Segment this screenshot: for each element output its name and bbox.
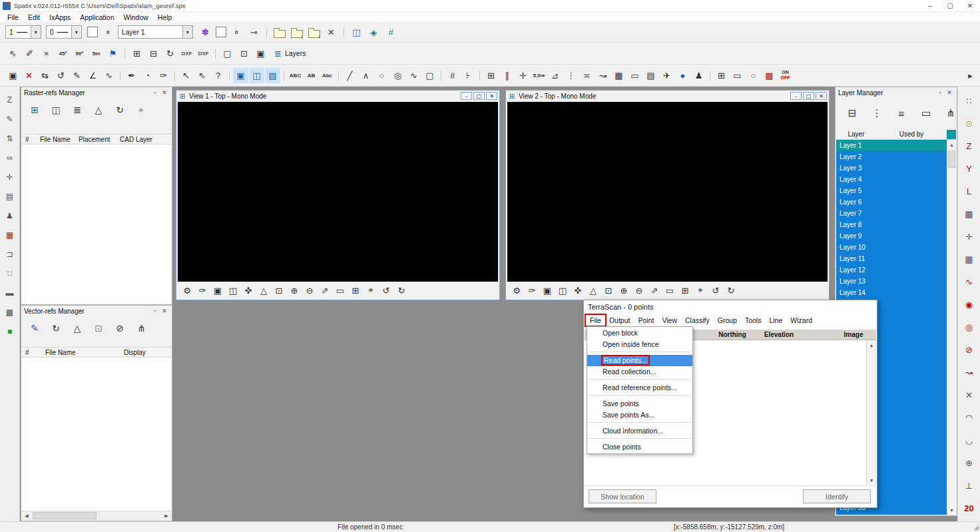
pen-icon[interactable]: ✒ xyxy=(124,68,139,83)
column-header[interactable]: Elevation xyxy=(759,331,799,338)
layer-row[interactable]: Layer 8 xyxy=(836,219,947,230)
add-point-icon[interactable]: ⊕ xyxy=(962,455,977,470)
scroll-thumb[interactable] xyxy=(948,150,955,168)
clip-volume-icon[interactable]: ⊡ xyxy=(272,283,286,298)
file-menu-save-points[interactable]: Save points xyxy=(587,398,692,409)
toolbar-separator[interactable] xyxy=(226,68,232,83)
detach-vector-icon[interactable]: ⊘ xyxy=(112,320,128,336)
view-close-button[interactable]: ✕ xyxy=(486,92,497,100)
terrascan-menu-point[interactable]: Point xyxy=(634,315,658,326)
file-menu-read-points[interactable]: Read points... xyxy=(587,355,692,366)
select-element-icon[interactable]: ↖ xyxy=(178,68,194,83)
vector-refs-list[interactable] xyxy=(22,358,171,511)
column-header[interactable]: Image xyxy=(834,331,873,338)
view-maximize-button[interactable]: ▢ xyxy=(803,92,814,100)
place-circle-center-icon[interactable]: ◎ xyxy=(390,68,405,83)
arc-down-icon[interactable]: ◡ xyxy=(962,433,977,447)
view-minimize-button[interactable]: – xyxy=(790,92,802,100)
dxf-export-icon[interactable]: DXF xyxy=(196,46,211,61)
card-icon[interactable]: ▤ xyxy=(3,189,17,204)
layer-row[interactable]: Layer 34 xyxy=(836,513,947,515)
view2-canvas[interactable] xyxy=(507,102,828,282)
rotate-element-icon[interactable]: ↺ xyxy=(53,68,69,83)
show-location-button[interactable]: Show location xyxy=(589,489,656,503)
updown-icon[interactable]: ⇅ xyxy=(3,131,17,146)
identify-button[interactable]: Identify xyxy=(803,489,871,503)
text-style-icon[interactable]: Abc xyxy=(320,68,335,83)
toolbar-separator[interactable] xyxy=(122,46,128,61)
hatch-cell-icon[interactable]: ▩ xyxy=(3,305,17,320)
level-20-icon[interactable]: 20 xyxy=(962,501,977,515)
circle-tool-icon[interactable]: ○ xyxy=(746,68,761,83)
panel-close-icon[interactable]: ✕ xyxy=(945,89,954,96)
toolbar-separator[interactable] xyxy=(707,68,713,83)
layer-row[interactable]: Layer 13 xyxy=(836,276,947,287)
window-area-icon[interactable]: ▭ xyxy=(333,283,348,298)
import-file-icon[interactable]: ↓ xyxy=(289,25,304,40)
grid-b-icon[interactable]: ▦ xyxy=(962,252,977,266)
window-area-icon[interactable]: ▭ xyxy=(662,283,677,298)
display-settings-icon[interactable]: ⊟ xyxy=(844,105,860,121)
level-icon[interactable]: ≍ xyxy=(579,68,595,83)
arc-up-icon[interactable]: ◠ xyxy=(962,410,977,425)
cascade-view-icon[interactable]: ◫ xyxy=(555,283,570,298)
toolbar-separator[interactable] xyxy=(172,68,178,83)
zoom-in-icon[interactable]: ⊕ xyxy=(616,283,631,298)
toolbar-overflow-icon[interactable]: ▸ xyxy=(963,68,978,83)
layer-row[interactable]: Layer 6 xyxy=(836,196,947,208)
raster-display-icon[interactable]: ▣ xyxy=(233,68,248,83)
file-menu-close-points[interactable]: Close points xyxy=(587,441,692,453)
pan-view-icon[interactable]: ✜ xyxy=(571,283,585,298)
scroll-left-icon[interactable]: ◀ xyxy=(22,511,31,520)
raster-refs-list[interactable] xyxy=(22,144,171,304)
rectangle-tool-icon[interactable]: ▭ xyxy=(730,68,745,83)
terrascan-menu-tools[interactable]: Tools xyxy=(741,315,766,326)
mesh-icon[interactable]: ▦ xyxy=(611,68,626,83)
terrascan-menu-view[interactable]: View xyxy=(658,315,681,326)
pan-view-icon[interactable]: ✜ xyxy=(241,283,256,298)
layer-row[interactable]: Layer 3 xyxy=(836,162,947,174)
toolbar-separator[interactable] xyxy=(281,68,287,83)
scroll-down-icon[interactable]: ▼ xyxy=(947,505,956,515)
clip-polygon-icon[interactable]: ⊿ xyxy=(547,68,563,83)
rotate-45-icon[interactable]: 45° xyxy=(55,46,71,61)
brush-icon[interactable]: ✑ xyxy=(195,283,210,298)
select-vector-area-icon[interactable]: △ xyxy=(69,320,85,336)
layer-row[interactable]: Layer 5 xyxy=(836,185,947,196)
select-help-icon[interactable]: ? xyxy=(210,68,226,83)
terrascan-menu-line[interactable]: Line xyxy=(765,315,786,326)
terrascan-menu-group[interactable]: Group xyxy=(714,315,741,326)
maximize-button[interactable]: ▢ xyxy=(940,0,960,12)
column-header[interactable]: File Name xyxy=(37,136,75,143)
terrascan-menu-wizard[interactable]: Wizard xyxy=(786,315,816,326)
hatch-icon[interactable]: ▤ xyxy=(643,68,658,83)
plane-icon[interactable]: ✈ xyxy=(659,68,674,83)
column-header[interactable]: # xyxy=(22,349,42,356)
image-export-icon[interactable]: ◫ xyxy=(349,25,364,40)
scroll-up-icon[interactable]: ▲ xyxy=(867,340,876,350)
key-icon[interactable]: ⊸ xyxy=(246,25,262,40)
column-header[interactable]: File Name xyxy=(42,349,121,356)
view-minimize-button[interactable]: – xyxy=(461,92,472,100)
select-add-icon[interactable]: ⇖ xyxy=(194,68,210,83)
dot-matrix-icon[interactable]: ∷ xyxy=(962,93,977,108)
detach-raster-icon[interactable]: ⌖ xyxy=(133,102,149,118)
edit-text-icon[interactable]: AB xyxy=(304,68,319,83)
slope-edit-icon[interactable]: ✎ xyxy=(3,112,17,127)
divider-icon[interactable]: ✐ xyxy=(22,46,37,61)
scroll-right-icon[interactable]: ▶ xyxy=(162,511,171,520)
freehand-icon[interactable]: ✎ xyxy=(69,68,85,83)
axis-y-icon[interactable]: Y xyxy=(962,161,977,176)
view-frame-icon[interactable]: ⊞ xyxy=(348,283,363,298)
delete-vertex-icon[interactable]: × xyxy=(39,46,54,61)
vector-fit-icon[interactable]: ⊡ xyxy=(91,320,107,336)
view-close-button[interactable]: ✕ xyxy=(816,92,827,100)
link-icon[interactable]: ∞ xyxy=(3,150,17,165)
brush-icon[interactable]: ✑ xyxy=(525,283,539,298)
panel-close-icon[interactable]: ✕ xyxy=(160,89,169,96)
scroll-down-icon[interactable]: ▼ xyxy=(867,475,876,485)
column-header[interactable]: Placement xyxy=(75,136,117,143)
column-header[interactable]: # xyxy=(22,136,37,143)
section-icon[interactable]: ▦ xyxy=(3,228,17,242)
align-icon[interactable]: ⋮ xyxy=(563,68,579,83)
